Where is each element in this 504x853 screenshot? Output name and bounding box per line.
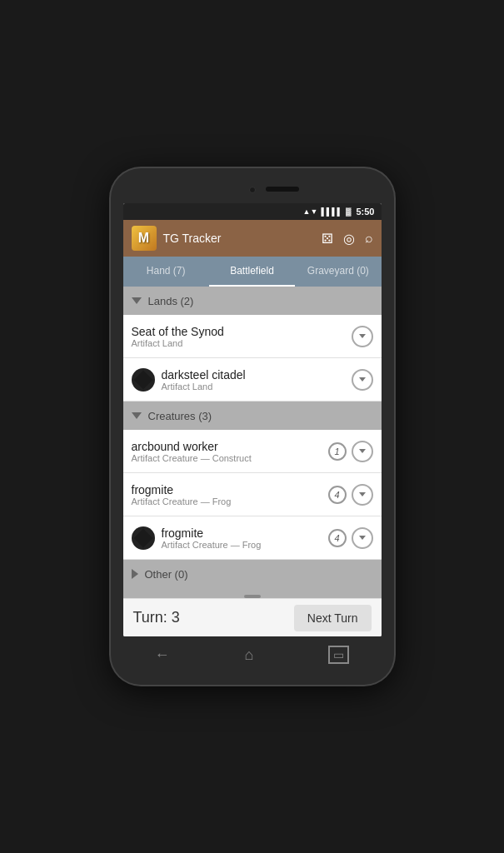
card-dropdown-button[interactable] (352, 441, 373, 462)
phone-top-bar (117, 183, 387, 202)
card-text: frogmite Artifact Creature — Frog (132, 483, 322, 506)
tab-battlefield[interactable]: Battlefield (209, 257, 295, 287)
card-name: frogmite (132, 483, 322, 496)
card-name: frogmite (162, 526, 322, 540)
app-title: TG Tracker (163, 232, 315, 245)
battery-icon: ▓ (346, 207, 352, 216)
signal-icon: ▌▌▌▌ (321, 207, 342, 216)
card-text: frogmite Artifact Creature — Frog (162, 526, 322, 550)
list-item: darksteel citadel Artifact Land (123, 358, 382, 402)
dropdown-arrow-icon (359, 492, 366, 496)
dice-icon[interactable]: ⚄ (322, 231, 333, 247)
card-dropdown-button[interactable] (352, 484, 373, 506)
card-name: Seat of the Synod (132, 325, 345, 338)
card-type: Artifact Creature — Frog (132, 496, 322, 506)
tab-bar: Hand (7) Battlefield Graveyard (0) (123, 257, 382, 287)
counter-badge: 1 (328, 442, 347, 461)
card-type: Artifact Land (162, 382, 345, 392)
artifact-icon (132, 368, 155, 392)
content-area: Lands (2) Seat of the Synod Artifact Lan… (123, 287, 382, 598)
dropdown-arrow-icon (359, 449, 366, 453)
next-turn-button[interactable]: Next Turn (294, 605, 372, 631)
app-header: M TG Tracker ⚄ ◎ ⌕ (123, 220, 382, 257)
time-display: 5:50 (356, 207, 374, 217)
search-icon[interactable]: ⌕ (365, 231, 373, 246)
tab-hand[interactable]: Hand (7) (123, 257, 209, 287)
dropdown-arrow-icon (359, 334, 366, 338)
card-name: arcbound worker (132, 440, 322, 453)
target-icon[interactable]: ◎ (343, 231, 355, 247)
status-icons: ▲▼ ▌▌▌▌ ▓ 5:50 (303, 207, 375, 217)
lands-section-title: Lands (2) (148, 295, 194, 307)
status-bar: ▲▼ ▌▌▌▌ ▓ 5:50 (123, 203, 382, 220)
creatures-arrow-icon (132, 412, 142, 419)
lands-section-header[interactable]: Lands (2) (123, 287, 382, 315)
lands-arrow-icon (132, 297, 142, 304)
app-logo: M (132, 226, 157, 251)
card-type: Artifact Creature — Frog (162, 540, 322, 550)
creatures-section-title: Creatures (3) (148, 410, 212, 422)
bottom-bar: Turn: 3 Next Turn (123, 598, 382, 636)
card-type: Artifact Creature — Construct (132, 453, 322, 463)
creatures-section-header[interactable]: Creatures (3) (123, 402, 382, 430)
card-dropdown-button[interactable] (352, 326, 373, 347)
list-item: frogmite Artifact Creature — Frog 4 (123, 473, 382, 516)
phone-nav: ← ⌂ ▭ (117, 640, 387, 670)
scroll-indicator (123, 588, 382, 598)
wifi-icon: ▲▼ (303, 207, 318, 216)
card-text: darksteel citadel Artifact Land (162, 368, 345, 392)
card-name: darksteel citadel (162, 368, 345, 382)
header-icons: ⚄ ◎ ⌕ (322, 231, 373, 247)
phone-shell: ▲▼ ▌▌▌▌ ▓ 5:50 M TG Tracker ⚄ ◎ ⌕ Hand (… (111, 168, 394, 685)
other-section-header[interactable]: Other (0) (123, 560, 382, 588)
turn-display: Turn: 3 (133, 609, 287, 626)
artifact-icon (132, 526, 155, 550)
diamond-icon (133, 528, 152, 547)
diamond-icon (133, 370, 152, 389)
recents-nav-icon[interactable]: ▭ (328, 646, 349, 664)
back-nav-icon[interactable]: ← (155, 646, 170, 664)
list-item: Seat of the Synod Artifact Land (123, 315, 382, 358)
card-text: arcbound worker Artifact Creature — Cons… (132, 440, 322, 463)
other-arrow-icon (132, 569, 138, 579)
card-actions (352, 369, 373, 391)
home-nav-icon[interactable]: ⌂ (245, 646, 254, 664)
tab-graveyard[interactable]: Graveyard (0) (295, 257, 381, 287)
speaker (266, 187, 299, 192)
counter-badge: 4 (328, 486, 347, 504)
card-actions (352, 326, 373, 347)
dropdown-arrow-icon (359, 377, 366, 382)
card-actions: 4 (328, 484, 373, 506)
card-actions: 1 (328, 441, 373, 462)
card-dropdown-button[interactable] (352, 369, 373, 391)
front-camera (249, 187, 256, 193)
screen: ▲▼ ▌▌▌▌ ▓ 5:50 M TG Tracker ⚄ ◎ ⌕ Hand (… (123, 203, 382, 636)
other-section-title: Other (0) (145, 568, 188, 581)
dropdown-arrow-icon (359, 536, 366, 540)
card-actions: 4 (328, 527, 373, 549)
card-dropdown-button[interactable] (352, 527, 373, 549)
card-type: Artifact Land (132, 338, 345, 348)
card-text: Seat of the Synod Artifact Land (132, 325, 345, 348)
counter-badge: 4 (328, 529, 347, 547)
list-item: frogmite Artifact Creature — Frog 4 (123, 516, 382, 560)
list-item: arcbound worker Artifact Creature — Cons… (123, 430, 382, 473)
